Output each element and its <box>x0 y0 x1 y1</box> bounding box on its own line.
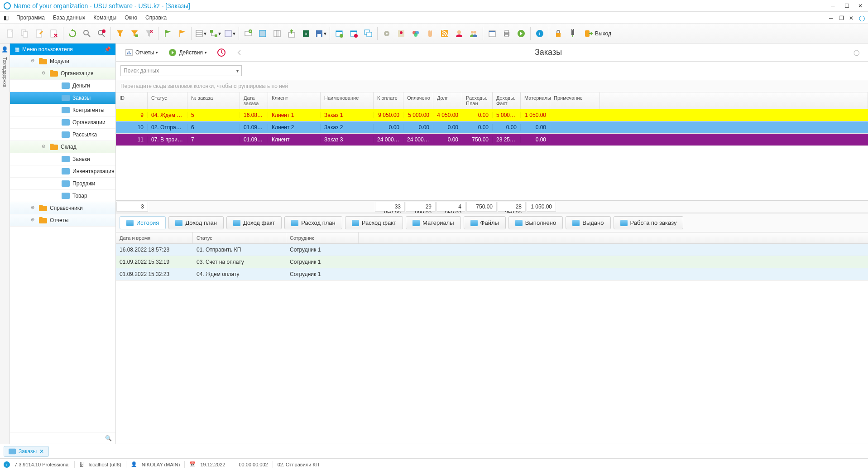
tb-filter-icon[interactable] <box>113 27 127 40</box>
history-row[interactable]: 01.09.2022 15:32:2304. Ждем оплатуСотруд… <box>116 268 868 281</box>
tab-Доход факт[interactable]: Доход факт <box>226 216 282 229</box>
tb-fit-columns-icon[interactable] <box>270 27 284 40</box>
back-button[interactable] <box>232 47 247 58</box>
tab-Выдано[interactable]: Выдано <box>566 216 610 229</box>
col-incfact[interactable]: Доходы. Факт <box>493 92 521 109</box>
reports-button[interactable]: Отчеты▾ <box>120 46 162 59</box>
window-tab-orders[interactable]: Заказы ✕ <box>4 446 49 457</box>
tb-select-all-icon[interactable] <box>256 27 269 40</box>
col-id[interactable]: ID <box>116 92 148 109</box>
tb-view-dd-icon[interactable]: ▾ <box>223 27 236 40</box>
tree-organizations[interactable]: Организации <box>10 116 115 129</box>
tb-users-icon[interactable] <box>467 27 480 40</box>
tb-search-clear-icon[interactable] <box>95 27 108 40</box>
tree-counterparties[interactable]: Контрагенты <box>10 104 115 116</box>
tb-search-icon[interactable] <box>80 27 94 40</box>
history-row[interactable]: 16.08.2022 18:57:2301. Отправить КПСотру… <box>116 244 868 256</box>
tab-Файлы[interactable]: Файлы <box>464 216 506 229</box>
tab-Выполнено[interactable]: Выполнено <box>508 216 563 229</box>
grid-row[interactable]: 1107. В производ...701.09.2022КлиентЗака… <box>116 134 868 146</box>
tb-export-icon[interactable] <box>285 27 298 40</box>
tb-exit-button[interactable]: Выход <box>580 27 615 40</box>
hcol-datetime[interactable]: Дата и время <box>116 233 193 243</box>
history-row[interactable]: 01.09.2022 15:32:1903. Счет на оплатуСот… <box>116 256 868 268</box>
tree-organization[interactable]: ⊖Организация <box>10 68 115 80</box>
tree-modules[interactable]: ⊖Модули <box>10 55 115 68</box>
tb-add-row-icon[interactable] <box>241 27 255 40</box>
col-pay[interactable]: К оплате <box>374 92 403 109</box>
status-info-icon[interactable]: i <box>4 461 10 468</box>
support-tab[interactable]: Техподдержка <box>1 54 8 90</box>
actions-button[interactable]: Действия▾ <box>164 46 211 59</box>
close-button[interactable]: ✕ <box>858 3 864 9</box>
tree-orders[interactable]: Заказы <box>10 92 115 104</box>
grid-row[interactable]: 904. Ждем оплату516.08.2022Клиент 1Заказ… <box>116 109 868 121</box>
tab-Материалы[interactable]: Материалы <box>406 216 461 229</box>
tb-window-add-icon[interactable] <box>332 27 346 40</box>
sub-restore-button[interactable]: ❐ <box>839 15 844 20</box>
col-note[interactable]: Примечание <box>550 92 600 109</box>
tb-pin-map-icon[interactable] <box>394 27 408 40</box>
col-mat[interactable]: Материалы <box>521 92 550 109</box>
tb-hand-icon[interactable] <box>423 27 437 40</box>
col-client[interactable]: Клиент <box>268 92 321 109</box>
search-dropdown-icon[interactable]: ▾ <box>236 68 239 73</box>
tb-new-icon[interactable] <box>4 27 17 40</box>
tb-gear-icon[interactable] <box>380 27 393 40</box>
sub-close-button[interactable]: ✕ <box>849 15 854 20</box>
tb-info-icon[interactable]: i <box>533 27 547 40</box>
grid-row[interactable]: 1002. Отправили ...601.09.2022Клиент 2За… <box>116 121 868 134</box>
tab-Расход факт[interactable]: Расход факт <box>345 216 403 229</box>
tab-История[interactable]: История <box>120 216 166 229</box>
tb-excel-icon[interactable]: X <box>299 27 313 40</box>
col-status[interactable]: Статус <box>148 92 187 109</box>
hcol-status[interactable]: Статус <box>193 233 286 243</box>
tb-filter-clear-icon[interactable] <box>142 27 156 40</box>
menu-commands[interactable]: Команды <box>90 13 120 23</box>
menu-help[interactable]: Справка <box>142 13 170 23</box>
tree-warehouse[interactable]: ⊖Склад <box>10 141 115 153</box>
content-menu-button[interactable]: ◯ <box>849 47 863 58</box>
sub-help-button[interactable]: ◯ <box>859 15 864 20</box>
tree-reports[interactable]: ⊕Отчеты <box>10 214 115 227</box>
col-debt[interactable]: Долг <box>433 92 462 109</box>
tb-flag-orange-icon[interactable] <box>175 27 189 40</box>
tb-columns-dd-icon[interactable]: ▾ <box>194 27 207 40</box>
tab-Доход план[interactable]: Доход план <box>168 216 224 229</box>
tree-mailing[interactable]: Рассылка <box>10 129 115 141</box>
tb-filter-builder-icon[interactable] <box>128 27 141 40</box>
tree-inventory[interactable]: Инвентаризация <box>10 165 115 178</box>
tb-windows-icon[interactable] <box>361 27 375 40</box>
tree-requests[interactable]: Заявки <box>10 153 115 165</box>
menu-program[interactable]: Программа <box>13 13 48 23</box>
tb-window-close-icon[interactable] <box>347 27 360 40</box>
tab-Расход план[interactable]: Расход план <box>284 216 342 229</box>
tb-tree-dd-icon[interactable]: ▾ <box>208 27 222 40</box>
tb-refresh-icon[interactable] <box>66 27 79 40</box>
tb-color-icon[interactable] <box>409 27 422 40</box>
menu-window[interactable]: Окно <box>121 13 141 23</box>
tab-Работа по заказу[interactable]: Работа по заказу <box>614 216 684 229</box>
menu-database[interactable]: База данных <box>49 13 89 23</box>
col-name[interactable]: Наименование <box>321 92 374 109</box>
search-input[interactable]: Поиск данных ▾ <box>120 65 242 76</box>
tree-references[interactable]: ⊕Справочники <box>10 202 115 214</box>
tree-money[interactable]: Деньги <box>10 80 115 92</box>
tb-edit-icon[interactable] <box>33 27 46 40</box>
tb-print-icon[interactable] <box>500 27 513 40</box>
col-date[interactable]: Дата заказа <box>240 92 268 109</box>
hcol-employee[interactable]: Сотрудник <box>286 233 359 243</box>
col-paid[interactable]: Оплачено <box>403 92 433 109</box>
col-expplan[interactable]: Расходы. План <box>462 92 493 109</box>
tree-goods[interactable]: Товар <box>10 190 115 202</box>
tb-calendar-icon[interactable] <box>485 27 499 40</box>
tb-rss-icon[interactable] <box>438 27 451 40</box>
sidebar-search-icon[interactable]: 🔍 <box>105 435 112 441</box>
tree-sales[interactable]: Продажи <box>10 178 115 190</box>
tb-flag-green-icon[interactable] <box>161 27 174 40</box>
maximize-button[interactable]: ☐ <box>844 3 851 9</box>
tb-plug-icon[interactable] <box>566 27 580 40</box>
sub-minimize-button[interactable]: ─ <box>829 15 834 20</box>
clock-button[interactable] <box>213 46 230 59</box>
wintab-close-icon[interactable]: ✕ <box>39 448 44 455</box>
